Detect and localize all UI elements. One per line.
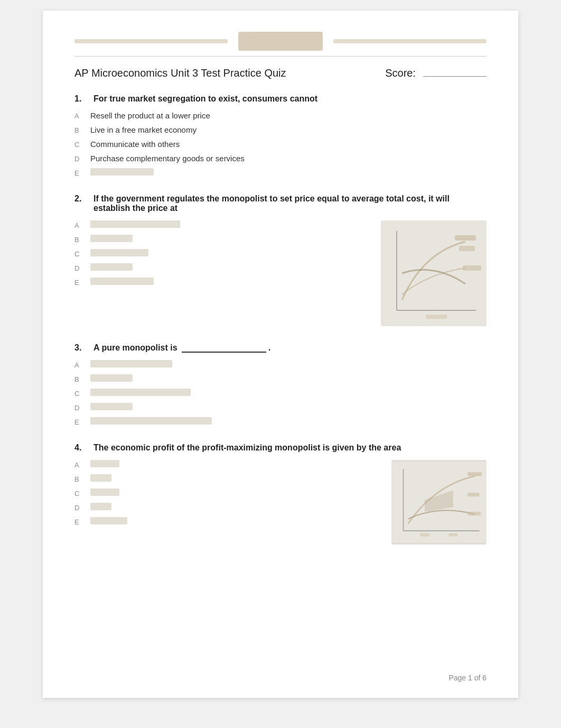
question-2-text: If the government regulates the monopoli… bbox=[94, 194, 487, 213]
option-letter: B bbox=[74, 474, 84, 483]
option-letter: E bbox=[74, 278, 84, 287]
question-3: 3. A pure monopolist is . A B C D E bbox=[74, 343, 487, 426]
question-4-options: A B C D E bbox=[74, 460, 381, 526]
question-4: 4. The economic profit of the profit-max… bbox=[74, 443, 487, 545]
svg-rect-11 bbox=[467, 472, 482, 476]
blurred-option bbox=[90, 278, 154, 285]
question-2-image bbox=[381, 220, 487, 326]
option-1d: D Purchase complementary goods or servic… bbox=[74, 154, 487, 163]
blurred-option bbox=[90, 489, 119, 496]
option-letter: E bbox=[74, 168, 84, 177]
option-letter: D bbox=[74, 403, 84, 412]
option-1e: E bbox=[74, 168, 487, 177]
blurred-option bbox=[90, 263, 133, 271]
option-letter: A bbox=[74, 360, 84, 369]
svg-rect-14 bbox=[420, 533, 429, 537]
option-letter: D bbox=[74, 154, 84, 163]
option-4b: B bbox=[74, 474, 381, 483]
option-2c: C bbox=[74, 249, 370, 258]
blurred-option bbox=[90, 474, 111, 482]
question-3-number: 3. bbox=[74, 343, 87, 353]
option-text: Resell the product at a lower price bbox=[90, 111, 210, 120]
option-letter: A bbox=[74, 460, 84, 469]
option-text: Purchase complementary goods or services bbox=[90, 154, 245, 163]
question-4-title: 4. The economic profit of the profit-max… bbox=[74, 443, 487, 453]
question-4-body: A B C D E bbox=[74, 460, 487, 545]
question-4-number: 4. bbox=[74, 443, 87, 453]
option-letter: D bbox=[74, 503, 84, 512]
option-4c: C bbox=[74, 489, 381, 497]
score-line bbox=[423, 76, 487, 77]
option-text: Live in a free market economy bbox=[90, 125, 197, 134]
blurred-option bbox=[90, 374, 133, 382]
svg-rect-13 bbox=[467, 512, 481, 515]
question-1-text: For true market segregation to exist, co… bbox=[94, 94, 317, 104]
question-2-body: A B C D E bbox=[74, 220, 487, 326]
question-3-text: A pure monopolist is . bbox=[94, 343, 270, 353]
blurred-option bbox=[90, 389, 191, 396]
option-letter: C bbox=[74, 489, 84, 497]
question-2: 2. If the government regulates the monop… bbox=[74, 194, 487, 326]
option-4e: E bbox=[74, 517, 381, 526]
question-2-number: 2. bbox=[74, 194, 87, 213]
option-1b: B Live in a free market economy bbox=[74, 125, 487, 134]
logo bbox=[238, 32, 323, 51]
page-header bbox=[74, 32, 487, 57]
header-left-decoration bbox=[74, 39, 228, 43]
blurred-option bbox=[90, 235, 133, 242]
option-letter: B bbox=[74, 235, 84, 244]
option-letter: B bbox=[74, 125, 84, 134]
option-1a: A Resell the product at a lower price bbox=[74, 111, 487, 120]
option-letter: D bbox=[74, 263, 84, 272]
option-letter: C bbox=[74, 389, 84, 398]
svg-rect-4 bbox=[459, 246, 475, 251]
page-footer: Page 1 of 6 bbox=[448, 674, 487, 682]
question-2-title: 2. If the government regulates the monop… bbox=[74, 194, 487, 213]
blurred-option bbox=[90, 460, 119, 467]
option-3c: C bbox=[74, 389, 487, 398]
option-letter: A bbox=[74, 111, 84, 120]
option-2e: E bbox=[74, 278, 370, 287]
question-2-options-area: A B C D E bbox=[74, 220, 370, 292]
svg-rect-3 bbox=[455, 235, 476, 241]
option-2a: A bbox=[74, 220, 370, 229]
question-2-options: A B C D E bbox=[74, 220, 370, 287]
svg-rect-5 bbox=[463, 265, 481, 271]
option-3a: A bbox=[74, 360, 487, 369]
quiz-page: AP Microeconomics Unit 3 Test Practice Q… bbox=[43, 11, 518, 698]
question-1-title: 1. For true market segregation to exist,… bbox=[74, 94, 487, 104]
header-right-decoration bbox=[333, 39, 487, 43]
score-section: Score: bbox=[385, 67, 487, 79]
option-2b: B bbox=[74, 235, 370, 244]
blurred-option bbox=[90, 517, 127, 524]
option-1c: C Communicate with others bbox=[74, 140, 487, 149]
option-3b: B bbox=[74, 374, 487, 383]
svg-rect-6 bbox=[426, 315, 447, 319]
question-3-options: A B C D E bbox=[74, 360, 487, 426]
option-3d: D bbox=[74, 403, 487, 412]
option-letter: C bbox=[74, 140, 84, 149]
option-4a: A bbox=[74, 460, 381, 469]
option-text: Communicate with others bbox=[90, 140, 180, 149]
blurred-option bbox=[90, 168, 154, 176]
blurred-option bbox=[90, 417, 212, 425]
blurred-option bbox=[90, 360, 172, 367]
question-3-title: 3. A pure monopolist is . bbox=[74, 343, 487, 353]
option-4d: D bbox=[74, 503, 381, 512]
svg-rect-15 bbox=[448, 533, 458, 537]
blurred-option bbox=[90, 403, 133, 410]
blurred-option bbox=[90, 249, 148, 256]
blurred-option bbox=[90, 503, 111, 510]
option-letter: E bbox=[74, 517, 84, 526]
quiz-title: AP Microeconomics Unit 3 Test Practice Q… bbox=[74, 67, 286, 79]
question-1: 1. For true market segregation to exist,… bbox=[74, 94, 487, 177]
option-letter: B bbox=[74, 374, 84, 383]
option-letter: E bbox=[74, 417, 84, 426]
svg-rect-12 bbox=[467, 493, 480, 496]
option-letter: C bbox=[74, 249, 84, 258]
option-letter: A bbox=[74, 220, 84, 229]
question-1-number: 1. bbox=[74, 94, 87, 104]
option-3e: E bbox=[74, 417, 487, 426]
question-4-text: The economic profit of the profit-maximi… bbox=[94, 443, 401, 453]
question-1-options: A Resell the product at a lower price B … bbox=[74, 111, 487, 177]
